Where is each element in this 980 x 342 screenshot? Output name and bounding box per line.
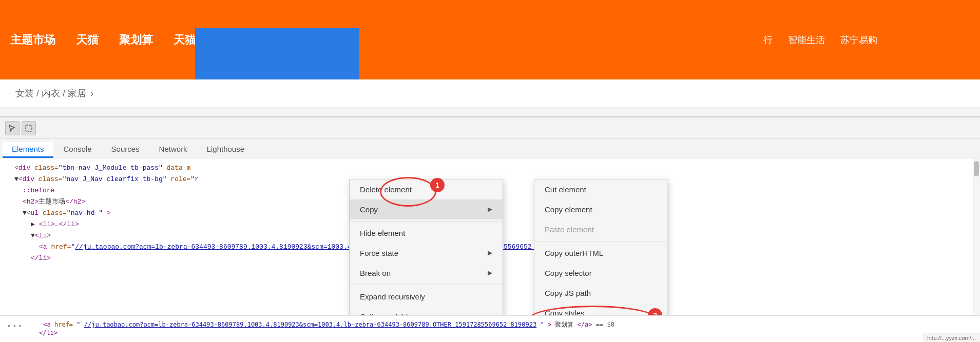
devtools-toolbar <box>0 117 980 139</box>
tab-sources[interactable]: Sources <box>102 142 149 158</box>
website-secondary-nav: 行 智能生活 苏宁易购 <box>763 34 877 46</box>
nav-xing[interactable]: 行 <box>763 34 773 46</box>
nav-zhineng[interactable]: 智能生活 <box>788 34 825 46</box>
submenu-item-copy-styles[interactable]: Copy styles <box>534 303 667 315</box>
menu-item-hide-element[interactable]: Hide element <box>350 223 503 243</box>
menu-item-copy[interactable]: Copy ▶ <box>350 199 503 219</box>
blue-banner <box>195 28 359 79</box>
devtools-content: <div class="tbn-nav J_Module tb-pass" da… <box>0 158 980 315</box>
force-state-arrow-icon: ▶ <box>488 249 492 257</box>
submenu-item-copy-jspath[interactable]: Copy JS path <box>534 283 667 303</box>
submenu-item-paste-element: Paste element <box>534 219 667 239</box>
svg-rect-0 <box>26 125 32 131</box>
menu-item-delete-element[interactable]: Delete element <box>350 179 503 199</box>
scrollbar-thumb[interactable] <box>974 161 979 176</box>
context-menu-copy-submenu[interactable]: Cut element Copy element Paste element C… <box>534 179 667 315</box>
website-top: 主题市场 天猫 聚划算 天猫超市 行 智能生活 苏宁易购 <box>0 0 980 79</box>
tab-network[interactable]: Network <box>150 142 197 158</box>
nav-tianmao[interactable]: 天猫 <box>76 32 99 48</box>
menu-separator-2 <box>350 285 503 285</box>
submenu-item-copy-element[interactable]: Copy element <box>534 199 667 219</box>
cursor-tool-button[interactable] <box>5 121 20 135</box>
copy-arrow-icon: ▶ <box>488 205 492 214</box>
devtools-bottom-bar: ... <a href= " //ju.taobao.com?acm=lb-ze… <box>0 315 980 342</box>
tab-console[interactable]: Console <box>54 142 101 158</box>
tab-lighthouse[interactable]: Lighthouse <box>198 142 254 158</box>
menu-item-force-state[interactable]: Force state ▶ <box>350 243 503 263</box>
box-select-button[interactable] <box>22 121 36 135</box>
context-menu-primary[interactable]: Delete element Copy ▶ Hide element Force… <box>349 179 503 315</box>
html-line-1: <div class="tbn-nav J_Module tb-pass" da… <box>6 163 974 174</box>
break-on-arrow-icon: ▶ <box>488 269 492 277</box>
breadcrumb-text: 女装 / 内衣 / 家居 <box>15 87 86 99</box>
nav-suning[interactable]: 苏宁易购 <box>840 34 877 46</box>
menu-separator-1 <box>350 221 503 222</box>
website-nav: 主题市场 天猫 聚划算 天猫超市 <box>10 32 219 48</box>
scrollbar[interactable] <box>973 158 980 315</box>
devtools-panel: Elements Console Sources Network Lightho… <box>0 116 980 342</box>
breadcrumb-arrow: › <box>90 88 93 99</box>
status-url: http://...yyzx.com/... <box>927 335 976 341</box>
website-breadcrumb: 女装 / 内衣 / 家居 › <box>0 79 980 108</box>
nav-juhuasuan[interactable]: 聚划算 <box>119 32 153 48</box>
submenu-item-cut-element[interactable]: Cut element <box>534 179 667 199</box>
menu-item-break-on[interactable]: Break on ▶ <box>350 263 503 283</box>
status-bar: http://...yyzx.com/... <box>923 333 980 342</box>
menu-item-collapse[interactable]: Collapse children <box>350 307 503 315</box>
menu-separator-4 <box>534 241 667 242</box>
submenu-item-copy-selector[interactable]: Copy selector <box>534 263 667 283</box>
devtools-tabs-bar: Elements Console Sources Network Lightho… <box>0 139 980 158</box>
submenu-item-copy-outerhtml[interactable]: Copy outerHTML <box>534 243 667 263</box>
three-dots[interactable]: ... <box>6 318 28 329</box>
menu-item-expand[interactable]: Expand recursively <box>350 287 503 307</box>
tab-elements[interactable]: Elements <box>3 142 53 158</box>
nav-zhuti[interactable]: 主题市场 <box>10 32 55 48</box>
